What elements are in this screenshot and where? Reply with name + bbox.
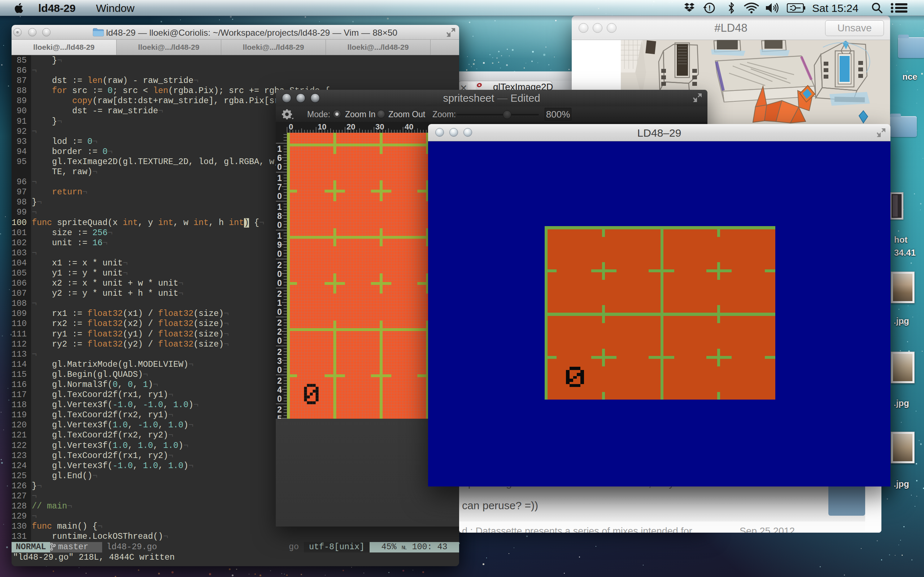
svg-text:!: ! bbox=[709, 4, 711, 12]
